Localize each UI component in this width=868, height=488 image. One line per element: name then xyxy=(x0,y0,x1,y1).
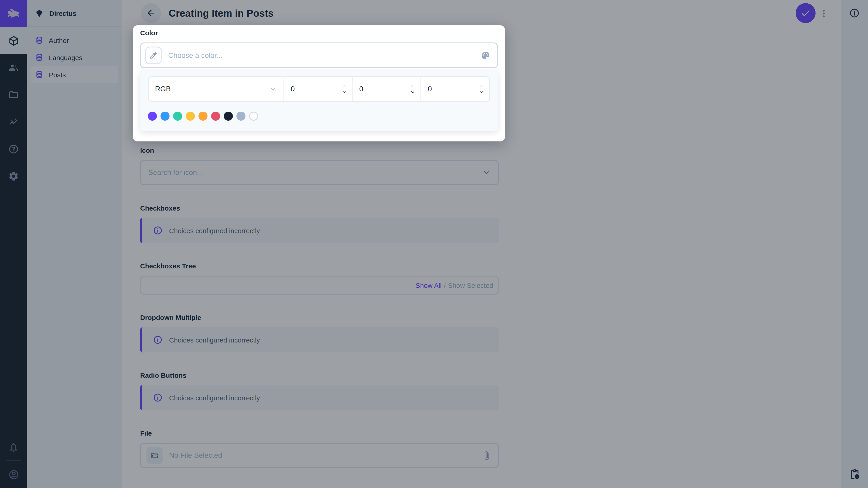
chevron-up-icon[interactable] xyxy=(478,83,485,89)
channel-input-g[interactable]: 0 xyxy=(353,77,421,101)
eyedropper-button[interactable] xyxy=(145,46,162,64)
swatch-black[interactable] xyxy=(224,111,233,121)
directus-app: Directus Author Languages Posts Creating… xyxy=(0,0,868,488)
stepper[interactable] xyxy=(478,83,485,95)
swatch-gray[interactable] xyxy=(237,111,246,121)
swatch-orange[interactable] xyxy=(198,111,208,121)
swatch-yellow[interactable] xyxy=(186,111,195,121)
stepper[interactable] xyxy=(409,83,416,95)
field-label: Color xyxy=(140,29,498,37)
input-placeholder: Choose a color... xyxy=(168,51,222,59)
color-picker-menu: RGB 0 0 xyxy=(140,71,498,131)
color-channel-group: RGB 0 0 xyxy=(148,76,490,102)
channel-value: 0 xyxy=(291,85,295,93)
channel-input-b[interactable]: 0 xyxy=(422,77,489,101)
chevron-up-icon[interactable] xyxy=(341,83,348,89)
chevron-up-icon[interactable] xyxy=(409,83,416,89)
swatch-white[interactable] xyxy=(249,111,258,121)
swatch-red[interactable] xyxy=(211,111,220,121)
chevron-down-icon[interactable] xyxy=(409,89,416,95)
chevron-down-icon[interactable] xyxy=(478,89,485,95)
color-input[interactable]: Choose a color... xyxy=(140,42,498,68)
eyedropper-icon xyxy=(149,51,158,60)
color-field-popup: Color Choose a color... RGB 0 xyxy=(133,25,505,141)
selected-mode: RGB xyxy=(155,85,170,93)
channel-value: 0 xyxy=(428,85,432,93)
palette-icon[interactable] xyxy=(480,51,491,60)
swatch-green[interactable] xyxy=(173,111,182,121)
channel-input-r[interactable]: 0 xyxy=(284,77,353,101)
stepper[interactable] xyxy=(341,83,348,95)
chevron-down-icon[interactable] xyxy=(341,89,348,95)
swatch-blue[interactable] xyxy=(160,111,169,121)
color-mode-select[interactable]: RGB xyxy=(149,77,284,101)
swatch-purple[interactable] xyxy=(148,111,157,121)
color-swatches xyxy=(148,111,490,121)
channel-value: 0 xyxy=(359,85,363,93)
chevron-down-icon xyxy=(269,85,278,94)
